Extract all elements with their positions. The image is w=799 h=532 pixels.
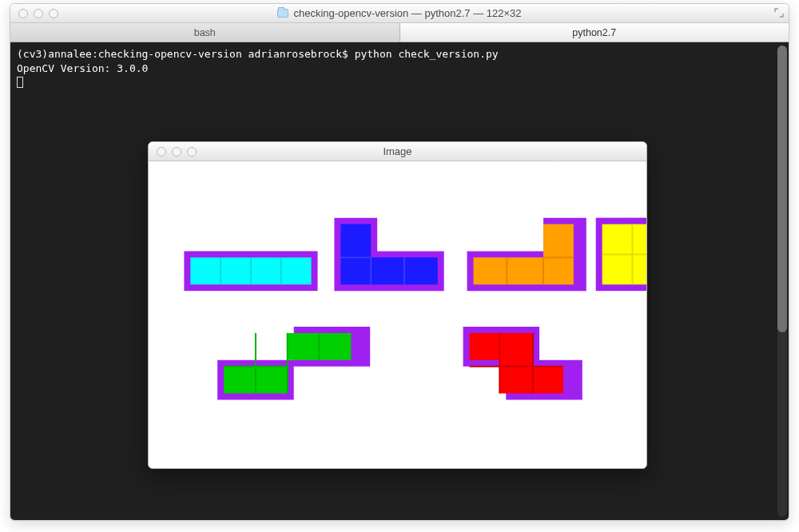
tab-bash[interactable]: bash (10, 23, 400, 42)
image-window: Image (148, 141, 647, 469)
window-title: checking-opencv-version — python2.7 — 12… (10, 7, 789, 19)
shape-i-piece (184, 251, 317, 291)
shape-o-piece (596, 218, 646, 292)
tab-python27[interactable]: python2.7 (400, 23, 789, 42)
fullscreen-icon[interactable] (774, 8, 784, 18)
output-line: OpenCV Version: 3.0.0 (17, 62, 148, 74)
tetromino-svg (149, 161, 646, 468)
image-window-title: Image (149, 145, 646, 157)
close-icon[interactable] (18, 9, 28, 18)
zoom-icon[interactable] (187, 147, 197, 157)
folder-icon (277, 9, 288, 18)
scrollbar-thumb[interactable] (777, 46, 787, 332)
window-controls[interactable] (149, 147, 197, 157)
minimize-icon[interactable] (172, 147, 181, 157)
terminal-titlebar[interactable]: checking-opencv-version — python2.7 — 12… (10, 4, 789, 23)
tab-label: python2.7 (572, 27, 616, 38)
zoom-icon[interactable] (49, 9, 58, 18)
tab-bar: bash python2.7 (10, 23, 789, 42)
shape-j-piece (334, 218, 443, 292)
window-title-text: checking-opencv-version — python2.7 — 12… (293, 7, 521, 19)
shape-z-piece (463, 327, 582, 400)
tab-label: bash (194, 27, 216, 38)
image-titlebar[interactable]: Image (149, 142, 646, 161)
close-icon[interactable] (157, 147, 166, 157)
window-controls[interactable] (10, 9, 58, 18)
cursor (17, 77, 23, 88)
minimize-icon[interactable] (34, 9, 43, 18)
prompt-line: (cv3)annalee:checking-opencv-version adr… (17, 48, 499, 60)
image-window-title-text: Image (383, 145, 411, 157)
shape-s-piece (217, 327, 370, 400)
image-canvas (149, 161, 646, 468)
shape-l-piece (467, 218, 586, 292)
